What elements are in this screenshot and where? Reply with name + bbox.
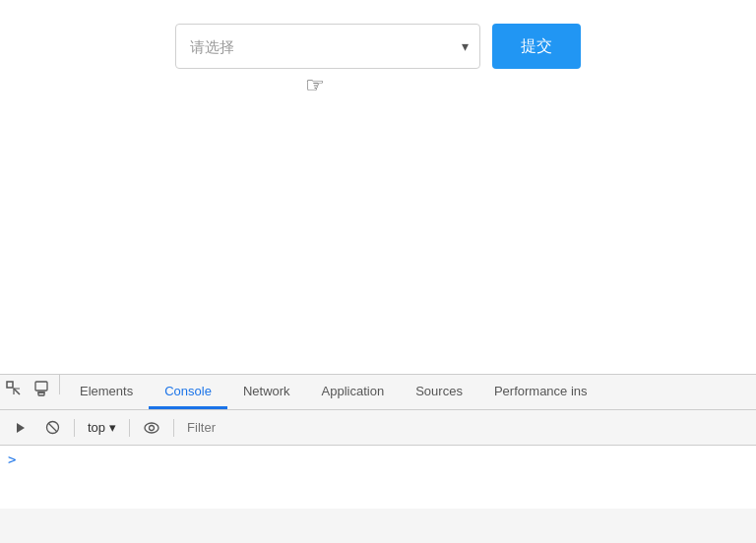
svg-point-7	[145, 423, 158, 433]
svg-line-6	[48, 423, 57, 432]
inspect-element-button[interactable]	[0, 375, 28, 402]
console-prompt[interactable]: >	[8, 452, 16, 467]
submit-button[interactable]: 提交	[492, 24, 581, 69]
tab-console[interactable]: Console	[149, 375, 227, 409]
svg-rect-1	[35, 382, 47, 391]
tab-network[interactable]: Network	[227, 375, 306, 409]
devtools-panel: Elements Console Network Application Sou…	[0, 374, 756, 543]
form-row: 请选择 ▾ 提交	[175, 24, 581, 69]
tab-application[interactable]: Application	[306, 375, 401, 409]
cursor-pointer-icon: ☞	[305, 73, 325, 98]
eye-button[interactable]	[139, 415, 164, 441]
svg-marker-4	[17, 423, 25, 433]
context-separator	[129, 419, 130, 437]
tab-performance[interactable]: Performance ins	[478, 375, 603, 409]
select-wrapper: 请选择 ▾	[175, 24, 480, 69]
toolbar-separator	[59, 375, 60, 394]
context-chevron-icon: ▾	[109, 420, 116, 435]
filter-input[interactable]	[183, 416, 748, 440]
clear-console-button[interactable]	[39, 415, 65, 441]
main-page-area: 请选择 ▾ 提交 ☞	[0, 0, 756, 374]
context-selector[interactable]: top ▾	[84, 418, 120, 437]
devtools-tab-bar: Elements Console Network Application Sou…	[0, 375, 756, 410]
tab-sources[interactable]: Sources	[400, 375, 478, 409]
select-dropdown[interactable]: 请选择	[175, 24, 480, 69]
console-bar-separator	[74, 419, 75, 437]
tab-elements[interactable]: Elements	[64, 375, 149, 409]
svg-point-8	[150, 425, 155, 430]
run-script-button[interactable]	[8, 415, 33, 441]
console-content: >	[0, 446, 756, 509]
device-toolbar-button[interactable]	[28, 375, 55, 402]
context-label: top	[88, 420, 105, 435]
eye-separator	[173, 419, 174, 437]
console-toolbar: top ▾	[0, 410, 756, 446]
svg-rect-0	[7, 382, 13, 388]
